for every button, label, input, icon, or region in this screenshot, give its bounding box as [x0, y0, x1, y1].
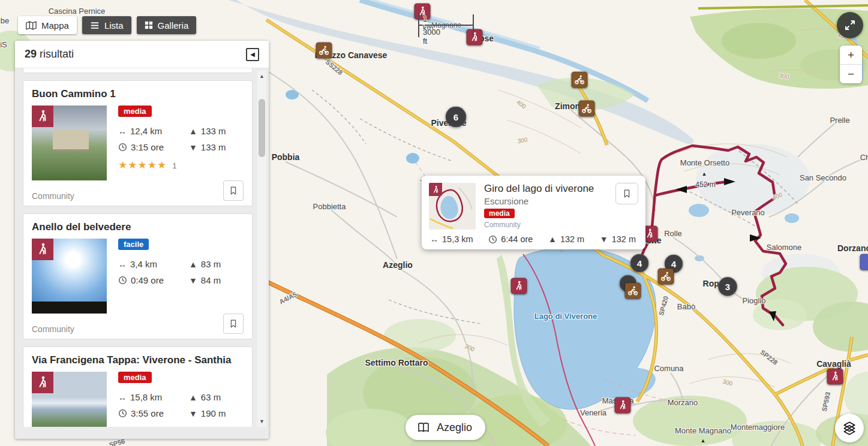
tab-mappa[interactable]: Mappa [18, 16, 77, 34]
result-card[interactable]: Buon Cammino 1 media ↔12,4 km ▲133 m 3:1… [23, 80, 253, 206]
difficulty-badge: facile [118, 239, 149, 250]
descent-stat: ▼84 m [189, 275, 244, 285]
scrolled-card-remnant [23, 68, 253, 73]
results-header: 29 risultati ◀ [15, 41, 269, 68]
ascent-icon: ▲ [189, 126, 197, 136]
result-card[interactable]: Via Francigena Tappa: Viverone - Santhia… [23, 346, 253, 427]
route-thumbnail[interactable] [32, 372, 107, 427]
tab-lista[interactable]: Lista [82, 16, 131, 34]
rating: ★★★★★1 [118, 159, 244, 171]
distance-stat: ↔12,4 km [118, 126, 189, 136]
hiking-activity-badge [32, 372, 53, 393]
distance-icon: ↔ [430, 234, 438, 244]
place-button[interactable]: Azeglio [406, 415, 485, 440]
route-popup[interactable]: Giro del lago di viverone Escursione med… [422, 176, 645, 249]
hiking-activity-badge [32, 239, 53, 260]
duration-stat: 3:55 ore [118, 408, 189, 418]
popup-thumbnail [429, 183, 476, 230]
map-marker-hiker[interactable] [827, 369, 843, 385]
rating-count: 1 [172, 161, 176, 170]
map-marker-hiker[interactable] [467, 29, 483, 46]
descent-stat: ▼133 m [189, 142, 244, 152]
descent-icon: ▼ [189, 143, 197, 152]
distance-stat: ↔3,4 km [118, 259, 189, 269]
bookmark-icon [621, 188, 632, 199]
layers-icon [842, 420, 857, 436]
route-thumbnail[interactable] [32, 239, 107, 314]
ascent-stat: ▲133 m [189, 126, 244, 136]
hiker-icon [469, 32, 480, 43]
map-marker-hiker[interactable] [415, 4, 431, 20]
tab-galleria[interactable]: Galleria [137, 16, 197, 34]
duration-stat: 0:49 ore [118, 275, 189, 285]
ascent-icon: ▲ [548, 234, 557, 244]
source-label: Community [32, 191, 74, 201]
map-cluster-marker[interactable]: 6 [446, 107, 467, 128]
clock-icon [118, 409, 127, 418]
map-marker-hiker[interactable] [511, 278, 527, 294]
tab-lista-label: Lista [104, 20, 124, 31]
hiker-icon [513, 281, 525, 292]
collapse-icon: ◀ [250, 51, 255, 58]
fullscreen-button[interactable] [837, 12, 863, 38]
map-cluster-marker[interactable]: 3 [718, 277, 737, 296]
clock-icon [118, 276, 127, 285]
map-view: Cascina PernicebeiSPalazzo CanaveseMagna… [0, 0, 868, 446]
distance-stat: ↔15,8 km [118, 392, 189, 402]
results-panel: 29 risultati ◀ Buon Cammino 1 [15, 41, 269, 439]
route-title[interactable]: Via Francigena Tappa: Viverone - Santhia [32, 354, 244, 366]
hiker-icon [617, 400, 629, 411]
map-marker-cyclist[interactable] [579, 101, 595, 117]
results-list: Buon Cammino 1 media ↔12,4 km ▲133 m 3:1… [15, 68, 269, 427]
ascent-icon: ▲ [189, 260, 197, 269]
scroll-up-button[interactable]: ▲ [257, 72, 266, 80]
list-icon [90, 22, 100, 29]
cyclist-icon [581, 103, 593, 114]
hiking-activity-badge [32, 106, 53, 127]
book-icon [416, 421, 431, 433]
zoom-control: + − [840, 46, 862, 83]
cyclist-icon [660, 271, 672, 282]
popup-category: Escursione [484, 196, 615, 206]
difficulty-badge: media [118, 372, 152, 383]
place-button-label: Azeglio [437, 421, 472, 434]
map-marker-cyclist[interactable] [572, 72, 588, 88]
map-marker-cyclist[interactable] [625, 283, 641, 299]
popup-route-title[interactable]: Giro del lago di viverone [484, 183, 615, 195]
popup-source: Community [484, 221, 615, 229]
map-marker-poi[interactable] [860, 254, 868, 270]
scroll-down-button[interactable]: ▼ [257, 417, 266, 426]
cyclist-icon [627, 285, 639, 297]
bookmark-icon [228, 318, 239, 329]
popup-difficulty-badge: media [484, 209, 515, 218]
tab-galleria-label: Galleria [158, 20, 189, 31]
hiker-icon [644, 228, 656, 240]
route-title[interactable]: Anello del belvedere [32, 221, 244, 233]
bookmark-button[interactable] [223, 180, 244, 201]
grid-icon [145, 21, 153, 29]
descent-icon: ▼ [189, 409, 197, 418]
popup-bookmark-button[interactable] [615, 183, 638, 204]
descent-icon: ▼ [600, 234, 608, 244]
descent-icon: ▼ [189, 276, 197, 285]
map-marker-cyclist[interactable] [316, 43, 332, 59]
map-marker-cyclist[interactable] [658, 269, 674, 285]
source-label: Community [32, 324, 74, 334]
cyclist-icon [319, 45, 330, 56]
collapse-panel-button[interactable]: ◀ [246, 48, 259, 61]
bookmark-button[interactable] [223, 314, 244, 334]
map-marker-hiker[interactable] [615, 397, 631, 414]
zoom-in-button[interactable]: + [840, 46, 862, 65]
route-thumbnail[interactable] [32, 106, 107, 180]
map-cluster-marker[interactable]: 4 [630, 254, 649, 273]
result-card[interactable]: Anello del belvedere facile ↔3,4 km ▲83 … [23, 213, 253, 339]
layers-button[interactable] [835, 414, 864, 442]
hiker-icon [830, 371, 841, 382]
bookmark-icon [228, 185, 239, 196]
route-title[interactable]: Buon Cammino 1 [32, 88, 244, 100]
zoom-out-button[interactable]: − [840, 65, 862, 83]
hiker-icon [417, 6, 428, 17]
map-icon [26, 21, 37, 30]
descent-stat: ▼132 m [600, 234, 636, 244]
scrollbar-thumb[interactable] [259, 99, 265, 157]
